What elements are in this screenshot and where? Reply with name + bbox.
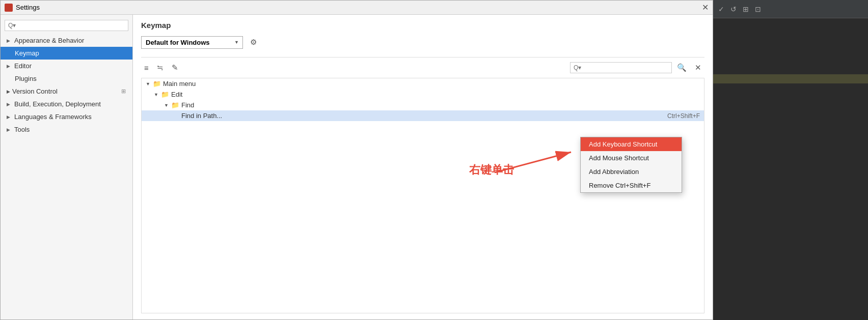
edit-button[interactable]: ✎: [169, 62, 181, 74]
sidebar-item-tools-label: Tools: [14, 126, 30, 133]
tree-label-find: Find: [181, 101, 194, 109]
find-shortcut-button[interactable]: 🔍: [674, 62, 690, 74]
tree-label-main-menu: Main menu: [163, 80, 196, 88]
close-button[interactable]: ✕: [702, 4, 709, 12]
sidebar: Appearance & Behavior Keymap Editor Plug…: [1, 15, 133, 319]
context-menu-add-abbrev-label: Add Abbreviation: [589, 168, 639, 176]
folder-icon-edit: 📁: [161, 91, 169, 98]
keymap-header: Default for Windows ⚙: [141, 36, 704, 49]
toggle-main-menu: ▼: [146, 81, 151, 86]
folder-icon-find: 📁: [171, 101, 179, 109]
sidebar-item-build[interactable]: Build, Execution, Deployment: [1, 98, 132, 110]
title-bar-left: Settings: [5, 4, 40, 12]
find-in-path-shortcut: Ctrl+Shift+F: [667, 112, 700, 120]
divider: [141, 57, 704, 57]
ide-undo-button[interactable]: ↺: [728, 4, 739, 14]
tree-item-find-in-path[interactable]: Find in Path... Ctrl+Shift+F: [142, 110, 704, 121]
ide-yellow-highlight: [713, 74, 868, 83]
tree-label-find-in-path: Find in Path...: [181, 112, 222, 120]
sidebar-item-appearance-label: Appearance & Behavior: [14, 37, 84, 44]
app-icon: [5, 4, 13, 12]
collapse-all-button[interactable]: ≡: [141, 62, 152, 74]
context-menu-remove-label: Remove Ctrl+Shift+F: [589, 182, 650, 189]
toggle-edit: ▼: [154, 92, 159, 97]
sidebar-item-plugins-label: Plugins: [15, 75, 37, 82]
section-title: Keymap: [141, 21, 704, 30]
context-menu-add-abbrev[interactable]: Add Abbreviation: [581, 165, 682, 179]
title-bar: Settings ✕: [1, 1, 713, 15]
ide-content: [713, 18, 868, 320]
sidebar-item-keymap[interactable]: Keymap: [1, 47, 132, 60]
sidebar-item-editor[interactable]: Editor: [1, 60, 132, 72]
keymap-tree[interactable]: ▼ 📁 Main menu ▼ 📁 Edit ▼ 📁 Find: [141, 78, 704, 313]
context-menu-add-keyboard[interactable]: Add Keyboard Shortcut: [581, 137, 682, 151]
keymap-search-input[interactable]: [570, 62, 672, 73]
ide-toolbar: ✓ ↺ ⊞ ⊡: [713, 0, 868, 18]
sidebar-item-editor-label: Editor: [14, 62, 32, 70]
settings-body: Appearance & Behavior Keymap Editor Plug…: [1, 15, 713, 319]
clear-search-button[interactable]: ✕: [692, 62, 704, 74]
context-menu-add-mouse-label: Add Mouse Shortcut: [589, 154, 649, 162]
sidebar-item-keymap-label: Keymap: [15, 49, 39, 57]
sidebar-item-languages-label: Languages & Frameworks: [14, 113, 92, 121]
sidebar-item-version-control[interactable]: ▶ Version Control ⊞: [1, 85, 132, 98]
context-menu: Add Keyboard Shortcut Add Mouse Shortcut…: [580, 137, 682, 193]
context-menu-add-mouse[interactable]: Add Mouse Shortcut: [581, 151, 682, 165]
toolbar-search: 🔍 ✕: [570, 62, 704, 74]
sidebar-item-build-label: Build, Execution, Deployment: [14, 100, 101, 108]
keymap-toolbar: ≡ ≒ ✎ 🔍 ✕: [141, 62, 704, 74]
ide-grid-button[interactable]: ⊡: [753, 4, 763, 14]
sidebar-item-plugins[interactable]: Plugins: [1, 72, 132, 85]
ide-layout-button[interactable]: ⊞: [741, 4, 751, 14]
expand-all-button[interactable]: ≒: [154, 62, 167, 74]
sidebar-item-version-control-label: Version Control: [12, 88, 58, 95]
toggle-find-in-path: [174, 113, 179, 119]
settings-window: Settings ✕ Appearance & Behavior Keymap …: [0, 0, 713, 320]
sidebar-search-input[interactable]: [5, 20, 128, 31]
toggle-find: ▼: [164, 103, 169, 108]
sidebar-item-appearance[interactable]: Appearance & Behavior: [1, 34, 132, 47]
sidebar-item-tools[interactable]: Tools: [1, 123, 132, 136]
search-box-container: [1, 17, 132, 34]
pages-icon: ⊞: [121, 88, 128, 95]
version-control-left: ▶ Version Control: [7, 88, 58, 95]
tree-item-find[interactable]: ▼ 📁 Find: [142, 100, 704, 110]
ide-right-panel: ✓ ↺ ⊞ ⊡: [713, 0, 868, 320]
tree-label-edit: Edit: [171, 91, 182, 98]
ide-check-button[interactable]: ✓: [716, 4, 726, 14]
tree-item-edit[interactable]: ▼ 📁 Edit: [142, 89, 704, 100]
keymap-select-wrapper[interactable]: Default for Windows: [141, 36, 243, 49]
gear-button[interactable]: ⚙: [247, 36, 260, 49]
context-menu-add-keyboard-label: Add Keyboard Shortcut: [589, 140, 657, 148]
sidebar-item-languages[interactable]: Languages & Frameworks: [1, 110, 132, 123]
main-content: Keymap Default for Windows ⚙ ≡ ≒ ✎ 🔍: [133, 15, 713, 319]
keymap-scheme-select[interactable]: Default for Windows: [141, 36, 243, 49]
window-title: Settings: [16, 4, 40, 11]
context-menu-remove[interactable]: Remove Ctrl+Shift+F: [581, 179, 682, 192]
tree-item-main-menu[interactable]: ▼ 📁 Main menu: [142, 78, 704, 89]
folder-icon-main-menu: 📁: [153, 80, 161, 88]
